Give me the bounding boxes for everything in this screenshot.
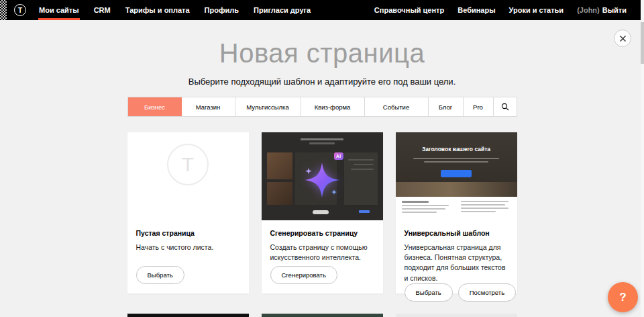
card-description: Создать страницу с помощью искусственног… [270, 242, 374, 263]
nav-item-logout[interactable]: (John) Выйти [570, 0, 633, 20]
card-body: Пустая страница Начать с чистого листа. … [127, 220, 249, 293]
nav-item-invite-friend[interactable]: Пригласи друга [246, 0, 318, 20]
card-title: Универсальный шаблон [405, 229, 508, 237]
tilda-logo[interactable]: T [14, 0, 26, 20]
template-thumbnail-partial[interactable] [396, 314, 517, 317]
username: (John) [577, 6, 600, 14]
collage-text-bar [309, 142, 335, 144]
tab-event[interactable]: Событие [365, 97, 429, 116]
ai-sparkle-icon [298, 156, 346, 204]
nav-item-lessons[interactable]: Уроки и статьи [502, 0, 571, 20]
scrollbar-track[interactable] [641, 0, 644, 317]
corner-pattern [0, 0, 7, 20]
card-blank-page: T Пустая страница Начать с чистого листа… [127, 132, 249, 293]
blank-page-thumbnail[interactable]: T [127, 132, 249, 220]
search-icon [501, 103, 509, 111]
template-preview-hero: Заголовок вашего сайта [396, 132, 517, 197]
nav-right: Справочный центр Вебинары Уроки и статьи… [368, 0, 644, 20]
page-title: Новая страница [0, 38, 644, 69]
preview-text-column [461, 201, 511, 216]
nav-item-help-center[interactable]: Справочный центр [368, 0, 451, 20]
card-description: Универсальная страница для бизнеса. Поня… [405, 242, 508, 283]
top-navbar: T Мои сайты CRM Тарифы и оплата Профиль … [0, 0, 644, 20]
nav-item-tariffs[interactable]: Тарифы и оплата [118, 0, 197, 20]
collage-text-bar [301, 138, 343, 140]
collage-blue-bar [359, 210, 370, 213]
tab-business[interactable]: Бизнес [128, 97, 182, 116]
tab-pro[interactable]: Pro [464, 97, 494, 116]
ai-generate-thumbnail[interactable]: AI [262, 132, 383, 220]
template-cards-row-2 [127, 314, 517, 317]
close-button[interactable] [614, 30, 631, 47]
collage-line [354, 164, 374, 165]
tab-multilink[interactable]: Мультиссылка [235, 97, 301, 116]
collage-line [351, 169, 374, 170]
generate-button[interactable]: Сгенерировать [270, 266, 337, 284]
template-cards-row: T Пустая страница Начать с чистого листа… [127, 132, 517, 293]
question-icon: ? [619, 291, 626, 304]
tab-shop[interactable]: Магазин [182, 97, 235, 116]
preview-text-line [413, 158, 499, 159]
tilda-watermark-icon: T [167, 144, 209, 185]
nav-item-webinars[interactable]: Вебинары [451, 0, 502, 20]
page-subtitle: Выберите подходящий шаблон и адаптируйте… [0, 77, 644, 87]
card-title: Сгенерировать страницу [270, 229, 374, 237]
view-template-button[interactable]: Посмотреть [458, 283, 516, 302]
template-thumbnail-partial[interactable] [127, 314, 249, 317]
collage-photo [267, 182, 292, 205]
collage-button-shape [313, 210, 329, 214]
card-body: Сгенерировать страницу Создать страницу … [262, 220, 383, 293]
template-category-tabs: Бизнес Магазин Мультиссылка Квиз-форма С… [127, 97, 517, 117]
card-actions: Выбрать Посмотреть [405, 283, 508, 302]
card-title: Пустая страница [136, 229, 240, 237]
tab-search[interactable] [494, 97, 517, 116]
tab-blog[interactable]: Блог [429, 97, 464, 116]
nav-item-my-sites[interactable]: Мои сайты [32, 0, 87, 20]
nav-item-profile[interactable]: Профиль [197, 0, 246, 20]
template-thumbnail-partial[interactable] [262, 314, 383, 317]
scrollbar-thumb[interactable] [641, 22, 644, 64]
card-universal-template: Заголовок вашего сайта Универсальный шаб… [396, 132, 517, 293]
logout-label: Выйти [602, 6, 627, 14]
tilda-logo-icon: T [14, 4, 26, 16]
card-body: Универсальный шаблон Универсальная стран… [396, 220, 517, 311]
tab-quiz-form[interactable]: Квиз-форма [301, 97, 365, 116]
card-actions: Сгенерировать [270, 266, 374, 284]
collage-photo [267, 152, 292, 179]
preview-text-line [424, 161, 488, 163]
collage-line [348, 159, 374, 161]
template-preview-text-section [396, 197, 517, 220]
preview-photo-band [396, 182, 517, 197]
universal-template-thumbnail[interactable]: Заголовок вашего сайта [396, 132, 517, 220]
preview-cta-button [441, 170, 472, 177]
card-actions: Выбрать [136, 266, 240, 284]
template-preview-heading: Заголовок вашего сайта [396, 146, 517, 152]
ai-badge: AI [334, 152, 343, 160]
choose-blank-button[interactable]: Выбрать [136, 266, 184, 284]
preview-text-column [402, 201, 452, 216]
close-icon [619, 35, 627, 42]
card-description: Начать с чистого листа. [136, 242, 240, 253]
help-button[interactable]: ? [608, 282, 638, 312]
card-ai-generate: AI Сгенерировать страницу Создать страни… [262, 132, 383, 293]
choose-template-button[interactable]: Выбрать [405, 283, 453, 302]
nav-left: Мои сайты CRM Тарифы и оплата Профиль Пр… [32, 0, 318, 20]
nav-item-crm[interactable]: CRM [87, 0, 118, 20]
